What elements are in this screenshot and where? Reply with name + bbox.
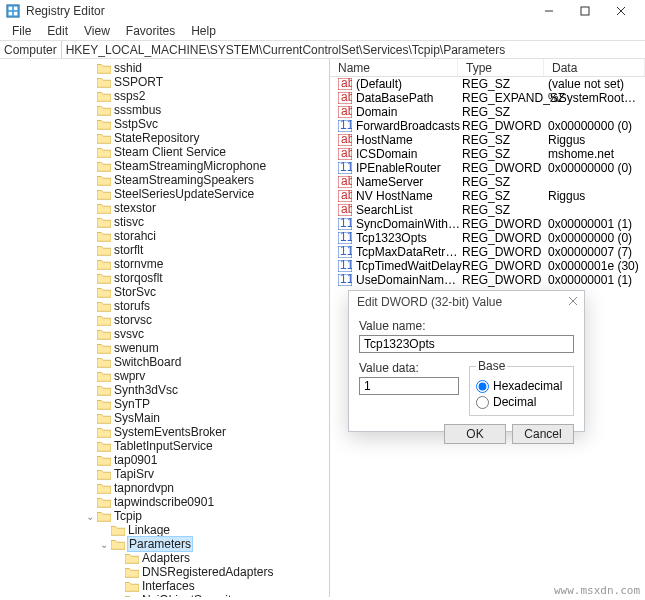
address-path[interactable]: HKEY_LOCAL_MACHINE\SYSTEM\CurrentControl… xyxy=(61,41,645,58)
tree-node[interactable]: ›SteamStreamingMicrophone xyxy=(0,159,329,173)
dialog-close-button[interactable] xyxy=(568,293,578,307)
menu-view[interactable]: View xyxy=(76,22,118,40)
tree-node[interactable]: ›Linkage xyxy=(0,523,329,537)
tree-node-label: Linkage xyxy=(128,523,170,537)
ok-button[interactable]: OK xyxy=(444,424,506,444)
tree-pane[interactable]: ›sshid›SSPORT›ssps2›sssmbus›SstpSvc›Stat… xyxy=(0,59,330,597)
tree-node[interactable]: ›ssps2 xyxy=(0,89,329,103)
tree-node[interactable]: ›TabletInputService xyxy=(0,439,329,453)
list-row[interactable]: abDomainREG_SZ xyxy=(330,105,645,119)
radio-dec-input[interactable] xyxy=(476,396,489,409)
menu-favorites[interactable]: Favorites xyxy=(118,22,183,40)
dialog-title: Edit DWORD (32-bit) Value xyxy=(349,291,584,313)
svg-text:ab: ab xyxy=(341,176,352,188)
list-row[interactable]: 110IPEnableRouterREG_DWORD0x00000000 (0) xyxy=(330,161,645,175)
tree-node[interactable]: ›svsvc xyxy=(0,327,329,341)
list-row[interactable]: 110UseDomainNameDevolutionREG_DWORD0x000… xyxy=(330,273,645,287)
tree-node[interactable]: ⌄Tcpip xyxy=(0,509,329,523)
tree-node[interactable]: ›Steam Client Service xyxy=(0,145,329,159)
cell-name: SearchList xyxy=(356,203,462,217)
tree-node[interactable]: ›storvsc xyxy=(0,313,329,327)
tree-node[interactable]: ›sssmbus xyxy=(0,103,329,117)
tree-node[interactable]: ›TapiSrv xyxy=(0,467,329,481)
list-row[interactable]: 110ForwardBroadcastsREG_DWORD0x00000000 … xyxy=(330,119,645,133)
collapse-icon[interactable]: ⌄ xyxy=(98,539,110,550)
reg-string-icon: ab xyxy=(338,134,352,146)
list-row[interactable]: 110SyncDomainWithMembersh...REG_DWORD0x0… xyxy=(330,217,645,231)
list-row[interactable]: abNV HostNameREG_SZRiggus xyxy=(330,189,645,203)
tree-node[interactable]: ›tap0901 xyxy=(0,453,329,467)
tree-node[interactable]: ›SysMain xyxy=(0,411,329,425)
tree-node[interactable]: ›stornvme xyxy=(0,257,329,271)
tree-node[interactable]: ›stisvc xyxy=(0,215,329,229)
cell-data: Riggus xyxy=(548,189,645,203)
menu-help[interactable]: Help xyxy=(183,22,224,40)
tree-node[interactable]: ›storflt xyxy=(0,243,329,257)
tree-node[interactable]: ›swenum xyxy=(0,341,329,355)
cell-type: REG_EXPAND_SZ xyxy=(462,91,548,105)
tree-node-label: tapnordvpn xyxy=(114,481,174,495)
cell-data: mshome.net xyxy=(548,147,645,161)
col-data[interactable]: Data xyxy=(544,59,645,76)
tree-node-label: stexstor xyxy=(114,201,156,215)
close-button[interactable] xyxy=(603,0,639,22)
list-row[interactable]: abICSDomainREG_SZmshome.net xyxy=(330,147,645,161)
tree-node[interactable]: ›SteelSeriesUpdateService xyxy=(0,187,329,201)
collapse-icon[interactable]: ⌄ xyxy=(84,511,96,522)
tree-node[interactable]: ›swprv xyxy=(0,369,329,383)
tree-node[interactable]: ›sshid xyxy=(0,61,329,75)
menu-file[interactable]: File xyxy=(4,22,39,40)
tree-node[interactable]: ›StateRepository xyxy=(0,131,329,145)
tree-node-label: SysMain xyxy=(114,411,160,425)
value-data-input[interactable] xyxy=(359,377,459,395)
tree-node[interactable]: ›SstpSvc xyxy=(0,117,329,131)
tree-node[interactable]: ›Interfaces xyxy=(0,579,329,593)
maximize-button[interactable] xyxy=(567,0,603,22)
tree-node[interactable]: ›SwitchBoard xyxy=(0,355,329,369)
menu-edit[interactable]: Edit xyxy=(39,22,76,40)
titlebar: Registry Editor xyxy=(0,0,645,22)
list-row[interactable]: abSearchListREG_SZ xyxy=(330,203,645,217)
list-row[interactable]: 110TcpTimedWaitDelayREG_DWORD0x0000001e … xyxy=(330,259,645,273)
tree-node[interactable]: ›SystemEventsBroker xyxy=(0,425,329,439)
cell-type: REG_DWORD xyxy=(462,245,548,259)
list-row[interactable]: ab(Default)REG_SZ(value not set) xyxy=(330,77,645,91)
tree-node[interactable]: ›Synth3dVsc xyxy=(0,383,329,397)
cancel-button[interactable]: Cancel xyxy=(512,424,574,444)
list-row[interactable]: abNameServerREG_SZ xyxy=(330,175,645,189)
addressbar: Computer HKEY_LOCAL_MACHINE\SYSTEM\Curre… xyxy=(0,41,645,59)
tree-node-label: swprv xyxy=(114,369,145,383)
radio-hex-input[interactable] xyxy=(476,380,489,393)
tree-node-label: StateRepository xyxy=(114,131,199,145)
tree-node[interactable]: ›Adapters xyxy=(0,551,329,565)
tree-node[interactable]: ›tapwindscribe0901 xyxy=(0,495,329,509)
cell-type: REG_SZ xyxy=(462,133,548,147)
tree-node[interactable]: ›storahci xyxy=(0,229,329,243)
radio-hex[interactable]: Hexadecimal xyxy=(476,379,567,393)
radio-dec[interactable]: Decimal xyxy=(476,395,567,409)
col-type[interactable]: Type xyxy=(458,59,544,76)
tree-node[interactable]: ›stexstor xyxy=(0,201,329,215)
tree-node[interactable]: ›storqosflt xyxy=(0,271,329,285)
tree-node[interactable]: ›SteamStreamingSpeakers xyxy=(0,173,329,187)
value-data-label: Value data: xyxy=(359,361,459,375)
cell-type: REG_SZ xyxy=(462,203,548,217)
tree-node[interactable]: ›DNSRegisteredAdapters xyxy=(0,565,329,579)
cell-type: REG_DWORD xyxy=(462,119,548,133)
tree-node[interactable]: ›SynTP xyxy=(0,397,329,411)
svg-text:ab: ab xyxy=(341,134,352,146)
tree-node[interactable]: ›StorSvc xyxy=(0,285,329,299)
tree-node[interactable]: ›SSPORT xyxy=(0,75,329,89)
list-row[interactable]: abHostNameREG_SZRiggus xyxy=(330,133,645,147)
cell-type: REG_SZ xyxy=(462,175,548,189)
tree-node[interactable]: ›storufs xyxy=(0,299,329,313)
minimize-button[interactable] xyxy=(531,0,567,22)
list-row[interactable]: 110TcpMaxDataRetransmissionsREG_DWORD0x0… xyxy=(330,245,645,259)
list-row[interactable]: 110Tcp1323OptsREG_DWORD0x00000000 (0) xyxy=(330,231,645,245)
col-name[interactable]: Name xyxy=(330,59,458,76)
list-row[interactable]: abDataBasePathREG_EXPAND_SZ%SystemRoot%\… xyxy=(330,91,645,105)
cell-data: 0x00000007 (7) xyxy=(548,245,645,259)
tree-node[interactable]: ›tapnordvpn xyxy=(0,481,329,495)
tree-node[interactable]: ›NsiObjectSecurity xyxy=(0,593,329,597)
tree-node[interactable]: ⌄Parameters xyxy=(0,537,329,551)
